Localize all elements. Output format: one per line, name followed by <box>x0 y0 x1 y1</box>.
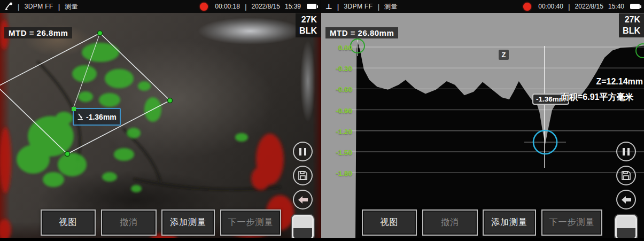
record-indicator-icon <box>523 3 531 11</box>
corner-handle[interactable] <box>65 152 70 157</box>
profile-view-icon: ⊥ <box>325 2 332 11</box>
depth-glyph-icon <box>77 113 84 121</box>
top-status-bar: | 3DPM FF | 测量 00:00:18 | 2022/8/15 15:3… <box>0 0 321 13</box>
record-time: 00:00:40 <box>538 3 563 10</box>
save-button[interactable] <box>293 166 313 185</box>
back-button[interactable] <box>616 190 636 209</box>
green-depth-mask <box>17 43 248 192</box>
colormap-value: BLK <box>299 25 317 36</box>
pause-button[interactable] <box>293 142 313 161</box>
corner-handle[interactable] <box>98 31 103 36</box>
screen-toggle-button[interactable] <box>292 215 314 240</box>
back-arrow-icon <box>298 196 308 204</box>
z-axis-badge: Z <box>499 50 509 60</box>
topbar-divider: | <box>378 3 380 11</box>
mtd-badge: MTD = 26.80mm <box>325 27 398 38</box>
resolution-value: 27K <box>299 14 317 25</box>
top-status-bar: ⊥ | 3DPM FF | 测量 00:00:40 | 2022/8/15 15… <box>321 0 644 13</box>
camera-panel: | 3DPM FF | 测量 00:00:18 | 2022/8/15 15:3… <box>0 0 321 241</box>
next-measurement-button[interactable]: 下一步测量 <box>220 209 281 236</box>
screen-toggle-button[interactable] <box>615 215 637 240</box>
save-icon <box>621 170 631 181</box>
mode-label: 3DPM FF <box>344 3 373 10</box>
mtd-badge: MTD = 26.8mm <box>4 27 72 38</box>
topbar-divider: | <box>337 3 339 11</box>
pause-icon <box>623 148 630 156</box>
topbar-divider: | <box>58 3 60 11</box>
bottom-letterbox <box>321 238 644 241</box>
add-measurement-button[interactable]: 添加测量 <box>483 209 536 236</box>
measure-menu-item[interactable]: 测量 <box>384 2 398 11</box>
topbar-divider: | <box>18 3 20 11</box>
save-icon <box>298 170 308 181</box>
resolution-badge: 27K BLK <box>619 13 644 37</box>
profile-panel: 0.00-0.30-0.60-0.90-1.20-1.50-1.80 ⊥ | 3… <box>321 0 644 241</box>
clock-label: 15:39 <box>285 3 301 10</box>
date-label: 2022/8/15 <box>252 3 280 10</box>
back-button[interactable] <box>293 190 313 209</box>
add-measurement-button[interactable]: 添加测量 <box>161 209 215 236</box>
battery-icon <box>307 4 316 9</box>
probe-tool-icon <box>4 2 13 11</box>
view-button[interactable]: 视图 <box>41 209 96 236</box>
depth-value: -1.36mm <box>86 113 117 121</box>
battery-icon <box>630 4 640 9</box>
clock-label: 15:40 <box>608 3 624 10</box>
save-button[interactable] <box>616 166 636 185</box>
z-distance-value: Z=12.14mm <box>596 77 643 87</box>
resolution-badge: 27K BLK <box>296 13 321 37</box>
view-button[interactable]: 视图 <box>362 209 417 236</box>
topbar-divider: | <box>568 3 570 11</box>
undo-button[interactable]: 撤消 <box>422 209 478 236</box>
pause-button[interactable] <box>616 142 636 161</box>
back-arrow-icon <box>621 196 632 204</box>
bottom-letterbox <box>0 238 321 241</box>
measure-menu-item[interactable]: 测量 <box>65 2 78 11</box>
corner-handle[interactable] <box>168 98 173 103</box>
depth-label-badge[interactable]: -1.36mm <box>73 108 121 126</box>
area-value: 面积=6.91平方毫米 <box>561 92 633 103</box>
mode-label: 3DPM FF <box>25 3 53 10</box>
date-label: 2022/8/15 <box>575 3 603 10</box>
topbar-divider: | <box>245 3 247 11</box>
record-time: 00:00:18 <box>215 3 240 10</box>
resolution-value: 27K <box>623 14 640 25</box>
next-measurement-button[interactable]: 下一步测量 <box>541 209 602 236</box>
colormap-value: BLK <box>623 25 640 36</box>
undo-button[interactable]: 撤消 <box>101 209 157 236</box>
record-indicator-icon <box>200 3 208 11</box>
pause-icon <box>299 148 306 156</box>
